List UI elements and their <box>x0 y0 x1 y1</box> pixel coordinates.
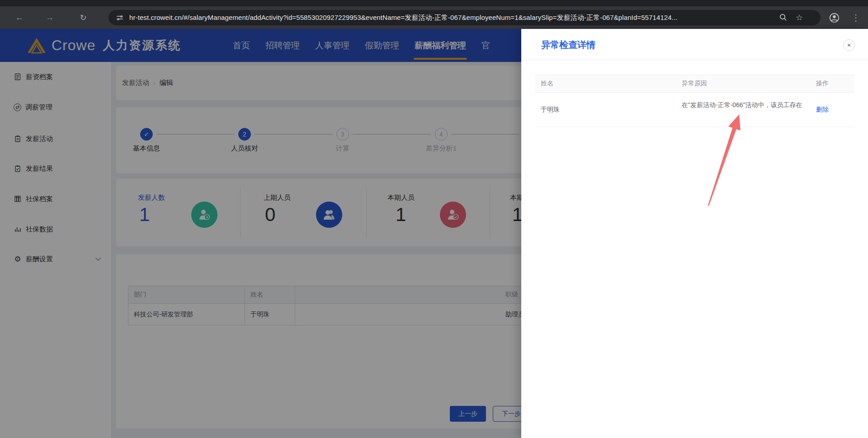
address-bar[interactable]: hr-test.croweit.cn/#/salaryManagement/ad… <box>108 10 821 25</box>
forward-icon[interactable]: → <box>43 6 57 29</box>
exception-drawer: 异常检查详情 × 姓名 异常原因 操作 于明珠 在"发薪活动-正常-066"活动… <box>521 29 868 438</box>
divider <box>521 60 868 60</box>
browser-chrome: ← → ↻ hr-test.croweit.cn/#/salaryManagem… <box>0 0 868 29</box>
col-header-reason: 异常原因 <box>682 75 707 92</box>
col-header-action: 操作 <box>816 75 829 92</box>
search-zoom-icon[interactable] <box>778 13 788 23</box>
exception-table-row: 于明珠 在"发薪活动-正常-066"活动中，该员工存在 删除 <box>535 93 854 127</box>
exception-table-header: 姓名 异常原因 操作 <box>535 75 854 93</box>
cell-reason: 在"发薪活动-正常-066"活动中，该员工存在 <box>682 93 805 127</box>
browser-toolbar: ← → ↻ hr-test.croweit.cn/#/salaryManagem… <box>0 6 868 29</box>
cell-name: 于明珠 <box>541 93 560 127</box>
col-header-name: 姓名 <box>541 75 553 92</box>
profile-icon[interactable] <box>829 12 840 24</box>
back-icon[interactable]: ← <box>13 6 26 29</box>
bookmark-star-icon[interactable]: ☆ <box>796 13 803 23</box>
menu-icon[interactable]: ⋮ <box>849 6 863 29</box>
browser-tab-strip <box>0 0 868 6</box>
site-settings-icon[interactable] <box>117 15 123 20</box>
url-input[interactable]: hr-test.croweit.cn/#/salaryManagement/ad… <box>129 14 776 22</box>
drawer-title: 异常检查详情 <box>541 39 595 51</box>
reload-icon[interactable]: ↻ <box>76 6 90 29</box>
delete-link[interactable]: 删除 <box>816 93 829 127</box>
exception-table: 姓名 异常原因 操作 于明珠 在"发薪活动-正常-066"活动中，该员工存在 删… <box>535 75 854 127</box>
close-icon[interactable]: × <box>843 39 855 51</box>
